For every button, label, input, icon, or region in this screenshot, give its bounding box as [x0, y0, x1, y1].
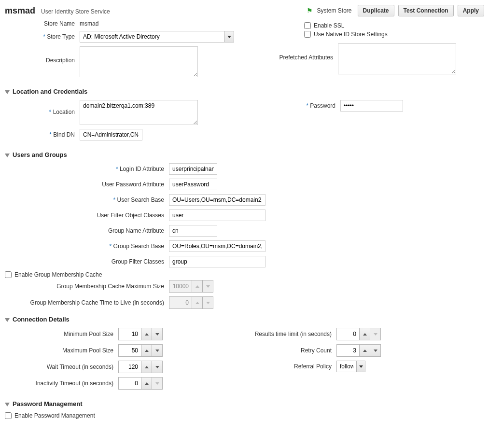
min-pool-value[interactable] [119, 328, 141, 340]
section-password-mgmt-title: Password Management [13, 400, 83, 407]
store-name-label: Store Name [5, 20, 80, 27]
header: msmad User Identity Store Service ⚑ Syst… [5, 5, 484, 16]
referral-select[interactable] [336, 361, 365, 372]
spinner-down-button [370, 328, 380, 340]
chevron-down-icon [155, 333, 159, 336]
chevron-down-icon [227, 36, 231, 38]
users-groups-body: Login ID Attribute User Password Attribu… [5, 163, 484, 309]
password-field[interactable] [340, 100, 403, 112]
chevron-up-icon [145, 350, 149, 352]
prefetched-label: Prefetched Attributes [275, 43, 338, 61]
min-pool-spinner[interactable] [118, 328, 163, 340]
chevron-up-icon [196, 285, 199, 288]
chevron-up-icon [145, 333, 149, 336]
user-search-base-label: User Search Base [5, 196, 169, 203]
bind-dn-field[interactable] [80, 129, 142, 140]
collapse-icon [5, 403, 10, 406]
login-id-field[interactable] [169, 163, 217, 175]
section-connection-title: Connection Details [13, 316, 70, 323]
section-users-groups-title: Users and Groups [13, 151, 67, 158]
duplicate-button[interactable]: Duplicate [358, 5, 394, 16]
store-type-select[interactable] [80, 31, 234, 42]
test-connection-button[interactable]: Test Connection [398, 5, 454, 16]
bind-dn-label: Bind DN [5, 131, 80, 138]
chevron-down-icon [155, 366, 159, 368]
spinner-down-button[interactable] [370, 345, 380, 356]
results-limit-value[interactable] [337, 328, 359, 340]
enable-cache-checkbox[interactable] [5, 271, 12, 278]
store-type-value[interactable] [80, 31, 224, 42]
max-pool-value[interactable] [119, 345, 141, 356]
prefetched-textarea[interactable] [338, 43, 456, 74]
collapse-icon [5, 90, 10, 94]
user-pw-attr-field[interactable] [169, 179, 217, 190]
section-location[interactable]: Location and Credentials [5, 88, 484, 95]
cache-max-label: Group Membership Cache Maximum Size [5, 283, 169, 290]
password-label: Password [294, 102, 340, 109]
group-name-attr-label: Group Name Attribute [5, 227, 169, 234]
use-native-label: Use Native ID Store Settings [314, 31, 388, 38]
user-filter-field[interactable] [169, 210, 265, 221]
group-filter-label: Group Filter Classes [5, 258, 169, 265]
location-textarea[interactable] [80, 100, 198, 125]
inactivity-value[interactable] [119, 378, 141, 389]
retry-count-value[interactable] [337, 345, 359, 356]
connection-body: Minimum Pool Size Maximum Pool Size Wait… [5, 328, 484, 393]
apply-button[interactable]: Apply [458, 5, 484, 16]
results-limit-label: Results time limit (in seconds) [230, 331, 336, 337]
wait-timeout-spinner[interactable] [118, 361, 163, 373]
spinner-up-button[interactable] [359, 328, 370, 340]
chevron-up-icon [363, 333, 367, 336]
page-subtitle: User Identity Store Service [41, 8, 110, 15]
header-right: ⚑ System Store Duplicate Test Connection… [307, 5, 484, 16]
system-store-label: System Store [317, 7, 351, 14]
use-native-checkbox[interactable] [304, 31, 311, 38]
enable-ssl-checkbox[interactable] [304, 22, 311, 29]
referral-label: Referral Policy [230, 363, 336, 370]
collapse-icon [5, 154, 10, 157]
group-name-attr-field[interactable] [169, 225, 217, 237]
store-type-label: Store Type [5, 33, 80, 40]
section-location-title: Location and Credentials [13, 88, 87, 95]
spinner-up-button[interactable] [141, 361, 152, 373]
section-password-mgmt[interactable]: Password Management [5, 400, 484, 407]
wait-timeout-label: Wait Timeout (in seconds) [5, 364, 118, 370]
max-pool-label: Maximum Pool Size [5, 347, 118, 354]
spinner-down-button [202, 297, 213, 308]
spinner-up-button[interactable] [359, 345, 370, 356]
store-type-dropdown-button[interactable] [224, 31, 234, 42]
results-limit-spinner[interactable] [336, 328, 381, 340]
chevron-down-icon [374, 333, 377, 336]
chevron-up-icon [196, 302, 199, 304]
wait-timeout-value[interactable] [119, 361, 141, 373]
min-pool-label: Minimum Pool Size [5, 331, 118, 337]
referral-value[interactable] [337, 361, 356, 372]
inactivity-spinner[interactable] [118, 377, 163, 390]
header-left: msmad User Identity Store Service [5, 6, 110, 16]
spinner-up-button[interactable] [141, 328, 152, 340]
enable-pm-checkbox[interactable] [5, 412, 12, 419]
location-section-body: Location Bind DN Password [5, 100, 484, 144]
enable-ssl-label: Enable SSL [314, 22, 344, 29]
store-name-value: msmad [80, 20, 98, 27]
max-pool-spinner[interactable] [118, 344, 163, 357]
chevron-up-icon [363, 350, 367, 352]
chevron-down-icon [206, 302, 210, 304]
spinner-up-button[interactable] [141, 378, 152, 389]
section-connection[interactable]: Connection Details [5, 316, 484, 323]
chevron-down-icon [155, 382, 159, 385]
section-users-groups[interactable]: Users and Groups [5, 151, 484, 158]
group-filter-field[interactable] [169, 256, 265, 267]
collapse-icon [5, 318, 10, 322]
retry-count-spinner[interactable] [336, 344, 381, 357]
referral-dropdown-button[interactable] [356, 361, 365, 372]
description-label: Description [5, 46, 80, 64]
group-search-base-field[interactable] [169, 240, 265, 252]
user-search-base-field[interactable] [169, 194, 265, 206]
spinner-down-button[interactable] [152, 345, 162, 356]
spinner-down-button[interactable] [152, 361, 162, 373]
chevron-down-icon [374, 350, 377, 352]
spinner-down-button[interactable] [152, 328, 162, 340]
spinner-up-button[interactable] [141, 345, 152, 356]
description-textarea[interactable] [80, 46, 198, 77]
